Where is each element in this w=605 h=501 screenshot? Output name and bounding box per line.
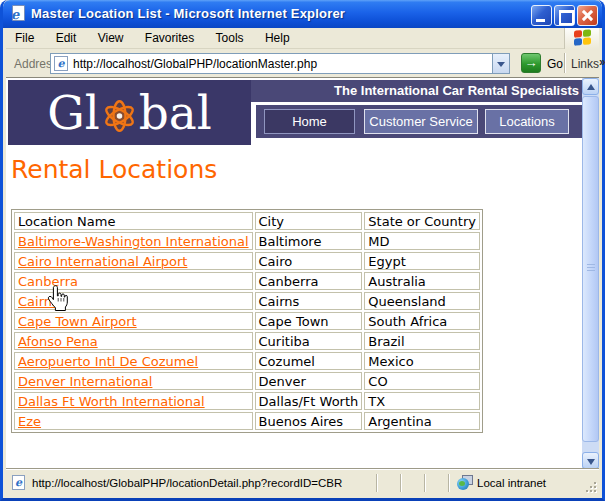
toolbar-separator — [564, 53, 566, 73]
table-row: Cairns Cairns Queensland — [14, 292, 480, 310]
status-page-icon: e — [12, 475, 25, 490]
go-label[interactable]: Go — [547, 57, 563, 71]
location-link[interactable]: Denver International — [18, 374, 152, 389]
close-button[interactable] — [577, 5, 598, 26]
city-cell: Denver — [255, 372, 363, 390]
go-button[interactable]: → — [521, 53, 541, 73]
intranet-globe-icon — [457, 474, 473, 490]
location-link[interactable]: Eze — [18, 414, 41, 429]
state-cell: Brazil — [364, 332, 480, 350]
nav-button-customer-service[interactable]: Customer Service — [364, 109, 478, 134]
window-title: Master Location List - Microsoft Interne… — [31, 6, 345, 21]
city-cell: Dallas/Ft Worth — [255, 392, 363, 410]
table-row: Denver International Denver CO — [14, 372, 480, 390]
links-chevron-icon[interactable]: » — [599, 55, 605, 69]
nav-button-locations[interactable]: Locations — [485, 109, 569, 134]
city-cell: Baltimore — [255, 232, 363, 250]
ie-page-icon-small: e — [54, 56, 68, 71]
vertical-scrollbar[interactable] — [582, 78, 599, 469]
logo-text-left: Gl — [47, 85, 100, 140]
nav-button-home[interactable]: Home — [264, 109, 355, 134]
address-dropdown-button[interactable] — [492, 54, 509, 73]
browser-window: e Master Location List - Microsoft Inter… — [0, 0, 605, 501]
state-cell: Mexico — [364, 352, 480, 370]
minimize-button[interactable] — [531, 5, 552, 26]
state-cell: Australia — [364, 272, 480, 290]
status-divider — [400, 474, 402, 492]
security-zone-label: Local intranet — [477, 477, 546, 489]
scroll-up-button[interactable] — [582, 78, 599, 95]
windows-logo — [564, 28, 599, 49]
status-divider — [424, 474, 426, 492]
location-link[interactable]: Baltimore-Washington International — [18, 234, 249, 249]
status-bar: e http://localhost/GlobalPHP/locationDet… — [6, 469, 599, 495]
status-divider — [376, 474, 378, 492]
state-cell: MD — [364, 232, 480, 250]
city-cell: Canberra — [255, 272, 363, 290]
table-row: Baltimore-Washington International Balti… — [14, 232, 480, 250]
location-link[interactable]: Aeropuerto Intl De Cozumel — [18, 354, 198, 369]
atom-icon — [101, 96, 138, 136]
nav-bar: Home Customer Service Locations — [256, 105, 584, 138]
scrollbar-thumb[interactable] — [582, 96, 599, 442]
menu-item-favorites[interactable]: Favorites — [136, 28, 203, 49]
state-cell: South Africa — [364, 312, 480, 330]
logo-text-right: bal — [139, 85, 212, 140]
page-title: Rental Locations — [11, 155, 217, 184]
address-input[interactable]: e http://localhost/GlobalPHP/locationMas… — [50, 53, 510, 74]
location-link[interactable]: Cape Town Airport — [18, 314, 137, 329]
table-row: Canberra Canberra Australia — [14, 272, 480, 290]
location-link[interactable]: Dallas Ft Worth International — [18, 394, 205, 409]
column-header-location-name: Location Name — [14, 212, 253, 230]
title-bar: e Master Location List - Microsoft Inter… — [3, 0, 602, 28]
address-bar: Address e http://localhost/GlobalPHP/loc… — [6, 49, 599, 78]
city-cell: Cozumel — [255, 352, 363, 370]
menu-item-view[interactable]: View — [89, 28, 133, 49]
global-logo: Gl bal — [8, 80, 251, 145]
table-row: Eze Buenos Aires Argentina — [14, 412, 480, 430]
status-divider — [448, 474, 450, 492]
table-row: Afonso Pena Curitiba Brazil — [14, 332, 480, 350]
menu-item-edit[interactable]: Edit — [47, 28, 86, 49]
state-cell: Egypt — [364, 252, 480, 270]
city-cell: Buenos Aires — [255, 412, 363, 430]
resize-grip[interactable] — [584, 480, 597, 493]
page-content: Gl bal The International Car Rental Spec… — [6, 78, 599, 469]
locations-table: Location Name City State or Country Balt… — [11, 209, 483, 433]
go-arrow-icon: → — [525, 55, 538, 70]
column-header-state: State or Country — [364, 212, 480, 230]
scrollbar-grip — [587, 264, 595, 273]
city-cell: Curitiba — [255, 332, 363, 350]
state-cell: CO — [364, 372, 480, 390]
table-header-row: Location Name City State or Country — [14, 212, 480, 230]
state-cell: Queensland — [364, 292, 480, 310]
city-cell: Cape Town — [255, 312, 363, 330]
table-row: Dallas Ft Worth International Dallas/Ft … — [14, 392, 480, 410]
menu-item-tools[interactable]: Tools — [207, 28, 253, 49]
hand-cursor-icon — [47, 285, 68, 312]
location-link[interactable]: Afonso Pena — [18, 334, 98, 349]
links-label[interactable]: Links — [571, 57, 599, 71]
scroll-down-button[interactable] — [582, 452, 599, 469]
column-header-city: City — [255, 212, 363, 230]
status-link-url: http://localhost/GlobalPHP/locationDetai… — [32, 477, 342, 489]
table-row: Cape Town Airport Cape Town South Africa — [14, 312, 480, 330]
location-link[interactable]: Cairo International Airport — [18, 254, 187, 269]
state-cell: Argentina — [364, 412, 480, 430]
table-row: Cairo International Airport Cairo Egypt — [14, 252, 480, 270]
menu-item-help[interactable]: Help — [256, 28, 299, 49]
maximize-button[interactable] — [554, 5, 575, 26]
windows-flag-icon — [574, 29, 592, 47]
state-cell: TX — [364, 392, 480, 410]
menu-bar: File Edit View Favorites Tools Help — [6, 28, 599, 49]
city-cell: Cairns — [255, 292, 363, 310]
table-row: Aeropuerto Intl De Cozumel Cozumel Mexic… — [14, 352, 480, 370]
city-cell: Cairo — [255, 252, 363, 270]
chevron-down-icon — [497, 62, 505, 67]
menu-item-file[interactable]: File — [6, 28, 43, 49]
ie-page-icon: e — [10, 5, 27, 23]
address-url-text: http://localhost/GlobalPHP/locationMaste… — [73, 57, 317, 71]
tagline: The International Car Rental Specialists — [251, 80, 584, 102]
